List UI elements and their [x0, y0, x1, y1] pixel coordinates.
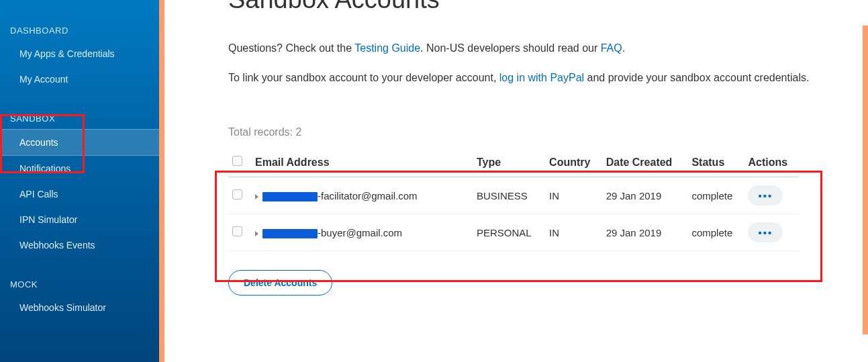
- intro-p1-c: .: [622, 42, 625, 54]
- total-value: 2: [295, 126, 301, 138]
- link-faq[interactable]: FAQ: [601, 42, 622, 54]
- main-content: Sandbox Accounts Questions? Check out th…: [164, 0, 868, 362]
- col-status: Status: [687, 150, 744, 177]
- chevron-right-icon[interactable]: [255, 194, 258, 199]
- table-row: -buyer@gmail.com PERSONAL IN 29 Jan 2019…: [228, 214, 799, 251]
- cell-country: IN: [545, 214, 602, 251]
- intro-text: Questions? Check out the Testing Guide. …: [228, 40, 841, 86]
- row-actions-button[interactable]: •••: [748, 222, 783, 242]
- section-title-mock: MOCK: [0, 273, 159, 295]
- link-testing-guide[interactable]: Testing Guide: [354, 42, 420, 54]
- intro-p1-a: Questions? Check out the: [228, 42, 354, 54]
- cell-status: complete: [687, 214, 744, 251]
- link-login-paypal[interactable]: log in with PayPal: [499, 72, 584, 83]
- col-date-created: Date Created: [602, 150, 688, 177]
- cell-date: 29 Jan 2019: [602, 177, 688, 214]
- sidebar-item-ipn-simulator[interactable]: IPN Simulator: [0, 207, 159, 232]
- col-actions: Actions: [744, 150, 799, 177]
- chevron-right-icon[interactable]: [255, 231, 258, 236]
- sidebar-item-my-apps[interactable]: My Apps & Credentials: [0, 41, 159, 66]
- col-email: Email Address: [251, 150, 473, 177]
- sidebar-item-notifications[interactable]: Notifications: [0, 156, 159, 181]
- sidebar-item-api-calls[interactable]: API Calls: [0, 181, 159, 207]
- checkbox-select-all[interactable]: [232, 156, 242, 166]
- sidebar: DASHBOARD My Apps & Credentials My Accou…: [0, 0, 159, 362]
- row-actions-button[interactable]: •••: [748, 185, 783, 206]
- sidebar-item-webhooks-events[interactable]: Webhooks Events: [0, 232, 159, 258]
- cell-status: complete: [687, 177, 744, 214]
- redacted-text: [262, 229, 318, 238]
- cell-type: BUSINESS: [473, 177, 545, 214]
- checkbox-row[interactable]: [232, 189, 242, 199]
- page-title: Sandbox Accounts: [228, 0, 841, 14]
- email-suffix: -facilitator@gmail.com: [318, 190, 418, 201]
- divider-strip-right: [863, 26, 868, 334]
- accounts-table: Email Address Type Country Date Created …: [228, 150, 799, 251]
- cell-type: PERSONAL: [473, 214, 545, 251]
- intro-p1-b: . Non-US developers should read our: [420, 42, 601, 54]
- intro-p2-b: and provide your sandbox account credent…: [584, 72, 809, 83]
- section-title-sandbox: SANDBOX: [0, 107, 159, 129]
- cell-date: 29 Jan 2019: [602, 214, 688, 251]
- total-label: Total records:: [228, 126, 295, 138]
- col-country: Country: [545, 150, 602, 177]
- email-suffix: -buyer@gmail.com: [318, 227, 402, 238]
- col-type: Type: [473, 150, 545, 177]
- table-row: -facilitator@gmail.com BUSINESS IN 29 Ja…: [228, 177, 799, 214]
- total-records: Total records: 2: [228, 126, 841, 138]
- sidebar-item-webhooks-simulator[interactable]: Webhooks Simulator: [0, 295, 159, 320]
- sidebar-item-my-account[interactable]: My Account: [0, 66, 159, 92]
- delete-accounts-button[interactable]: Delete Accounts: [228, 270, 332, 296]
- section-title-dashboard: DASHBOARD: [0, 19, 159, 41]
- cell-country: IN: [545, 177, 602, 214]
- intro-p2-a: To link your sandbox account to your dev…: [228, 72, 499, 83]
- checkbox-row[interactable]: [232, 226, 242, 236]
- redacted-text: [262, 192, 318, 201]
- divider-strip: [159, 0, 164, 362]
- sidebar-item-accounts[interactable]: Accounts: [0, 129, 159, 156]
